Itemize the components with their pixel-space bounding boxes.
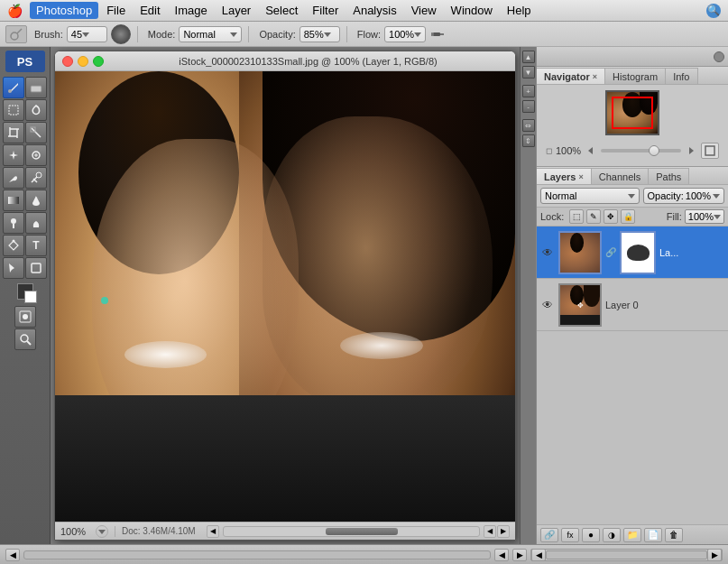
tool-marquee[interactable] bbox=[3, 99, 24, 121]
tool-eraser[interactable] bbox=[25, 77, 47, 98]
zoom-slider[interactable] bbox=[601, 149, 681, 153]
tool-path-select[interactable] bbox=[3, 257, 24, 279]
menu-image[interactable]: Image bbox=[169, 2, 214, 19]
tool-crop[interactable] bbox=[3, 122, 24, 143]
opacity-control[interactable]: Opacity: 100% bbox=[643, 188, 725, 204]
minimize-button[interactable] bbox=[78, 56, 88, 67]
layers-new-btn[interactable]: 📄 bbox=[644, 528, 662, 542]
airbrush-toggle[interactable] bbox=[429, 26, 446, 42]
svg-rect-33 bbox=[705, 146, 714, 155]
tool-burn[interactable] bbox=[25, 212, 47, 234]
zoom-options-btn[interactable] bbox=[96, 525, 108, 538]
lock-image-btn[interactable]: ✎ bbox=[586, 209, 601, 224]
search-icon[interactable]: 🔍 bbox=[706, 4, 721, 18]
tool-brush[interactable] bbox=[3, 77, 24, 98]
tool-zoom[interactable] bbox=[14, 328, 36, 350]
tool-pen[interactable] bbox=[3, 235, 24, 256]
maximize-button[interactable] bbox=[93, 56, 104, 67]
tool-shape[interactable] bbox=[25, 257, 47, 279]
tab-info[interactable]: Info bbox=[666, 68, 697, 84]
tool-patch[interactable] bbox=[25, 144, 47, 166]
layer-name: Layer 0 bbox=[605, 300, 724, 310]
tool-gradient[interactable] bbox=[3, 190, 24, 211]
layers-fx-btn[interactable]: fx bbox=[561, 528, 579, 542]
layers-adjustment-btn[interactable]: ◑ bbox=[603, 528, 621, 542]
mode-dropdown[interactable]: Normal bbox=[179, 26, 242, 42]
nav-zoom-level[interactable]: 100% bbox=[556, 145, 581, 156]
narrow-btn-5[interactable]: ⇔ bbox=[522, 119, 535, 132]
nav-zoom-left-btn[interactable] bbox=[585, 144, 597, 157]
layers-delete-btn[interactable]: 🗑 bbox=[665, 528, 683, 542]
right-panel: Navigator × Histogram Info bbox=[536, 47, 728, 544]
menu-view[interactable]: View bbox=[405, 2, 443, 19]
tool-paint-bucket[interactable] bbox=[25, 190, 47, 211]
apple-menu[interactable]: 🍎 bbox=[7, 4, 23, 18]
menu-layer[interactable]: Layer bbox=[216, 2, 258, 19]
menu-analysis[interactable]: Analysis bbox=[346, 2, 402, 19]
bottom-nav-btn-1[interactable]: ◀ bbox=[5, 549, 20, 561]
svg-rect-11 bbox=[9, 106, 18, 115]
right-panel-close[interactable] bbox=[714, 51, 724, 62]
tool-mask-mode[interactable] bbox=[14, 306, 36, 328]
tab-channels[interactable]: Channels bbox=[592, 168, 649, 184]
document-canvas[interactable] bbox=[55, 71, 515, 522]
tab-histogram[interactable]: Histogram bbox=[605, 68, 666, 84]
bottom-right-nav-1[interactable]: ◀ bbox=[531, 549, 546, 561]
flow-value[interactable]: 100% bbox=[384, 26, 426, 42]
menu-edit[interactable]: Edit bbox=[134, 2, 166, 19]
zoom-level[interactable]: 100% bbox=[60, 526, 92, 537]
bottom-nav-btn-3[interactable]: ▶ bbox=[512, 549, 527, 561]
menu-photoshop[interactable]: Photoshop bbox=[30, 2, 98, 19]
layers-tab-close[interactable]: × bbox=[578, 172, 583, 181]
narrow-btn-3[interactable]: + bbox=[522, 85, 535, 97]
narrow-btn-4[interactable]: - bbox=[522, 100, 535, 113]
tool-history-brush[interactable] bbox=[25, 167, 47, 189]
narrow-btn-2[interactable]: ▼ bbox=[522, 66, 535, 79]
lock-position-btn[interactable]: ✥ bbox=[604, 209, 618, 224]
menu-help[interactable]: Help bbox=[501, 2, 538, 19]
svg-marker-3 bbox=[230, 32, 237, 37]
blend-mode-dropdown[interactable]: Normal bbox=[540, 188, 640, 204]
nav-zoom-right-btn[interactable] bbox=[685, 144, 697, 157]
bottom-scroll-track[interactable] bbox=[23, 550, 491, 559]
scroll-right-btn-2[interactable]: ▶ bbox=[497, 525, 510, 538]
lock-all-btn[interactable]: 🔒 bbox=[621, 209, 635, 224]
narrow-btn-1[interactable]: ▲ bbox=[522, 51, 535, 63]
layer-item[interactable]: 👁 🔗 La... bbox=[537, 227, 728, 279]
opacity-value[interactable]: 85% bbox=[299, 26, 340, 42]
menu-select[interactable]: Select bbox=[259, 2, 304, 19]
bottom-right-nav-2[interactable]: ▶ bbox=[707, 549, 722, 561]
horizontal-scrollbar[interactable] bbox=[223, 526, 480, 537]
layers-group-btn[interactable]: 📁 bbox=[623, 528, 641, 542]
scroll-left-btn[interactable]: ◀ bbox=[207, 525, 219, 538]
tool-type[interactable]: T bbox=[25, 235, 47, 256]
tool-lasso[interactable] bbox=[25, 99, 47, 121]
right-scroll-track[interactable] bbox=[546, 550, 707, 559]
close-button[interactable] bbox=[62, 56, 73, 67]
narrow-btn-6[interactable]: ⇕ bbox=[522, 134, 535, 147]
layer-item[interactable]: 👁 ✥ Layer 0 bbox=[537, 279, 728, 331]
svg-marker-4 bbox=[324, 32, 331, 37]
layers-mask-btn[interactable]: ● bbox=[582, 528, 600, 542]
tool-clone[interactable] bbox=[3, 167, 24, 189]
tool-healing[interactable] bbox=[3, 144, 24, 166]
tool-slice[interactable] bbox=[25, 122, 47, 143]
scroll-right-btn-1[interactable]: ◀ bbox=[484, 525, 496, 538]
layers-link-btn[interactable]: 🔗 bbox=[540, 528, 558, 542]
tab-navigator[interactable]: Navigator × bbox=[537, 68, 605, 84]
fill-value[interactable]: 100% bbox=[685, 209, 724, 224]
layer-visibility-toggle[interactable]: 👁 bbox=[540, 245, 555, 260]
bottom-nav-btn-2[interactable]: ◀ bbox=[494, 549, 509, 561]
tool-dodge[interactable] bbox=[3, 212, 24, 234]
foreground-color[interactable] bbox=[17, 283, 33, 300]
tab-paths[interactable]: Paths bbox=[649, 168, 689, 184]
brush-size[interactable]: 45 bbox=[67, 26, 107, 42]
nav-fit-btn[interactable] bbox=[701, 143, 719, 159]
navigator-tab-close[interactable]: × bbox=[593, 72, 597, 81]
menu-window[interactable]: Window bbox=[445, 2, 499, 19]
lock-transparent-btn[interactable]: ⬚ bbox=[569, 209, 584, 224]
layer-visibility-toggle[interactable]: 👁 bbox=[540, 298, 555, 312]
menu-filter[interactable]: Filter bbox=[306, 2, 345, 19]
menu-file[interactable]: File bbox=[100, 2, 132, 19]
tab-layers[interactable]: Layers × bbox=[537, 168, 592, 184]
